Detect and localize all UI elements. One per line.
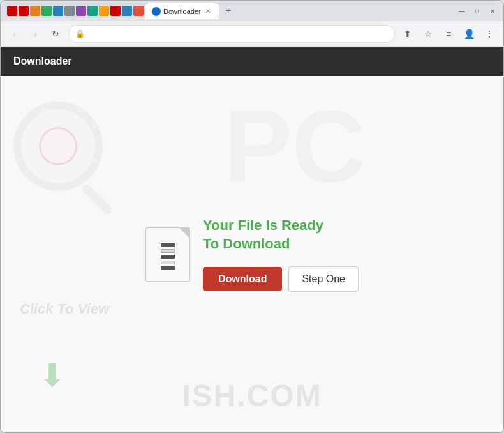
app-header-title: Downloader [13,56,72,67]
zip-lines [161,243,175,270]
tab-manager-btn[interactable]: ≡ [441,26,456,42]
zip-line-4 [161,261,175,264]
title-bar: Downloader ✕ + — □ ✕ [1,1,503,21]
profile-btn[interactable]: 👤 [461,26,477,42]
zip-line-5 [161,266,175,270]
lock-icon: 🔒 [75,29,85,38]
file-icon [145,227,190,282]
zip-line-2 [161,249,175,253]
download-button[interactable]: Download [203,267,282,291]
zip-line-1 [161,243,175,247]
close-btn[interactable]: ✕ [488,6,497,15]
maximize-btn[interactable]: □ [473,6,482,15]
content-card: Your File Is Ready To Download Download … [145,216,359,291]
watermark-click-to-view: Click To View [20,301,109,317]
bookmark-btn[interactable]: ☆ [420,26,436,42]
watermark-bottom: ISH.COM [1,378,503,413]
tab-icon-3[interactable] [30,6,40,16]
tab-icon-10[interactable] [110,6,121,16]
magnifier-inner [39,127,77,165]
watermark-domain: ISH.COM [182,379,322,413]
active-tab[interactable]: Downloader ✕ [145,3,219,19]
refresh-btn[interactable]: ↻ [48,26,63,42]
more-btn[interactable]: ⋮ [482,26,497,42]
ready-title: Your File Is Ready To Download [203,216,343,253]
watermark-arrow: ⬇ [39,357,66,394]
watermark-pc-letters: PC [224,95,366,197]
tab-icon-5[interactable] [53,6,63,16]
browser-window: Downloader ✕ + — □ ✕ ‹ › ↻ 🔒 ⬆ ☆ ≡ 👤 [0,0,504,433]
tab-label: Downloader [163,8,201,15]
forward-btn[interactable]: › [27,26,43,42]
step-one-button[interactable]: Step One [288,266,359,292]
main-content: PC Click To View ⬇ ISH.COM [1,76,503,432]
tab-icon-6[interactable] [64,6,75,16]
minimize-btn[interactable]: — [457,6,466,15]
magnifier-handle [80,183,114,216]
tab-icons-row: Downloader ✕ + [7,3,236,19]
tab-icon-12[interactable] [133,6,144,16]
share-btn[interactable]: ⬆ [400,26,415,42]
back-btn[interactable]: ‹ [7,26,22,42]
tab-strip: Downloader ✕ + [7,3,236,19]
tab-close-btn[interactable]: ✕ [204,7,212,16]
url-bar[interactable]: 🔒 [68,25,395,43]
app-header: Downloader [1,47,503,76]
address-bar: ‹ › ↻ 🔒 ⬆ ☆ ≡ 👤 ⋮ [1,21,503,47]
watermark-magnifier [13,102,103,191]
tab-icon-1[interactable] [7,6,17,16]
title-bar-left: Downloader ✕ + [7,3,236,19]
file-icon-container [145,227,190,282]
zip-line-3 [161,255,175,259]
file-info: Your File Is Ready To Download Download … [203,216,359,291]
tab-icon-4[interactable] [41,6,52,16]
tab-icon-8[interactable] [87,6,98,16]
new-tab-btn[interactable]: + [221,3,236,19]
file-corner [179,228,189,238]
tab-favicon [152,7,161,16]
tab-icon-11[interactable] [122,6,132,16]
action-buttons: Download Step One [203,266,359,292]
address-bar-actions: ⬆ ☆ ≡ 👤 ⋮ [400,26,497,42]
tab-icon-9[interactable] [99,6,109,16]
tab-icon-7[interactable] [76,6,86,16]
magnifier-circle [13,102,103,191]
tab-icon-2[interactable] [19,6,29,16]
window-controls: — □ ✕ [457,6,497,15]
